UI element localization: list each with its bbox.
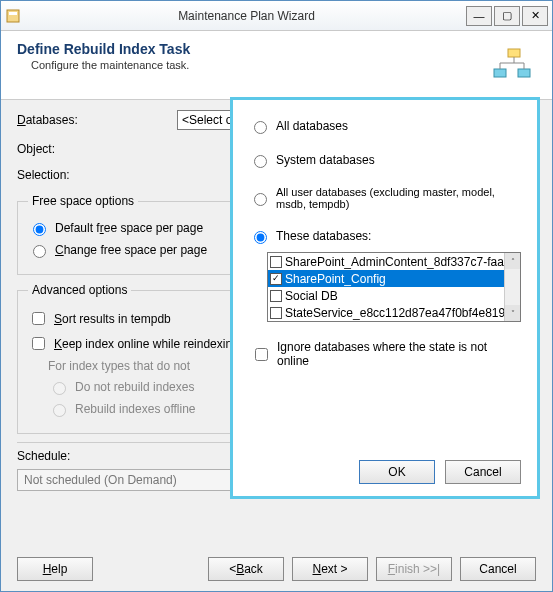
sort-tempdb-checkbox-input[interactable] [32,312,45,325]
free-space-legend: Free space options [28,194,138,208]
rebuild-offline-label: Rebuild indexes offline [75,402,196,416]
ignore-offline-label: Ignore databases where the state is not … [277,340,521,368]
all-databases-radio-input[interactable] [254,121,267,134]
rebuild-offline-radio-input [53,404,66,417]
next-button[interactable]: Next > [292,557,368,581]
default-free-space-label: Default free space per page [55,221,203,235]
maintenance-plan-wizard-window: Maintenance Plan Wizard — ▢ ✕ Define Reb… [0,0,553,592]
database-list-item[interactable]: ✓SharePoint_Config [268,270,504,287]
page-title: Define Rebuild Index Task [17,41,480,57]
selection-label: Selection: [17,168,177,182]
all-user-databases-radio[interactable]: All user databases (excluding master, mo… [249,186,521,210]
default-free-space-radio-input[interactable] [33,223,46,236]
system-databases-label: System databases [276,153,375,167]
page-subtitle: Configure the maintenance task. [31,59,480,71]
app-icon [5,8,21,24]
all-user-databases-radio-input[interactable] [254,193,267,206]
wizard-icon [488,41,536,89]
databases-label: Databases: [17,113,177,127]
do-not-rebuild-radio-input [53,382,66,395]
database-checkbox[interactable]: ✓ [270,273,282,285]
finish-button: Finish >>| [376,557,452,581]
svg-rect-4 [518,69,530,77]
svg-rect-1 [9,12,17,15]
ok-button[interactable]: OK [359,460,435,484]
window-minimize-button[interactable]: — [466,6,492,26]
database-checkbox[interactable] [270,290,282,302]
keep-online-checkbox-input[interactable] [32,337,45,350]
titlebar[interactable]: Maintenance Plan Wizard — ▢ ✕ [1,1,552,31]
database-name: StateService_e8cc112d87ea47f0bf4e8197e69… [285,306,504,320]
back-button[interactable]: < Back [208,557,284,581]
window-maximize-button[interactable]: ▢ [494,6,520,26]
sort-tempdb-label: Sort results in tempdb [54,312,171,326]
change-free-space-label: Change free space per page [55,243,207,257]
database-list-item[interactable]: Social DB [268,287,504,304]
all-databases-radio[interactable]: All databases [249,118,521,134]
wizard-header: Define Rebuild Index Task Configure the … [1,31,552,100]
help-button[interactable]: Help [17,557,93,581]
these-databases-radio[interactable]: These databases: [249,228,521,244]
scroll-thumb[interactable] [505,269,520,305]
window-close-button[interactable]: ✕ [522,6,548,26]
scroll-up-icon[interactable]: ˄ [505,253,520,269]
system-databases-radio[interactable]: System databases [249,152,521,168]
all-user-databases-label: All user databases (excluding master, mo… [276,186,521,210]
all-databases-label: All databases [276,119,348,133]
these-databases-label: These databases: [276,229,371,243]
svg-rect-0 [7,10,19,22]
advanced-legend: Advanced options [28,283,131,297]
object-label: Object: [17,142,177,156]
database-name: SharePoint_Config [285,272,386,286]
scroll-down-icon[interactable]: ˅ [505,305,520,321]
window-title: Maintenance Plan Wizard [27,9,466,23]
database-name: SharePoint_AdminContent_8df337c7-faa3-4c… [285,255,504,269]
system-databases-radio-input[interactable] [254,155,267,168]
database-list-item[interactable]: SharePoint_AdminContent_8df337c7-faa3-4c… [268,253,504,270]
scrollbar[interactable]: ˄ ˅ [504,253,520,321]
svg-rect-2 [508,49,520,57]
wizard-footer: Help < Back Next > Finish >>| Cancel [1,557,552,581]
database-checkbox[interactable] [270,307,282,319]
these-databases-radio-input[interactable] [254,231,267,244]
panel-cancel-button[interactable]: Cancel [445,460,521,484]
change-free-space-radio-input[interactable] [33,245,46,258]
database-name: Social DB [285,289,338,303]
ignore-offline-checkbox[interactable]: Ignore databases where the state is not … [251,340,521,368]
database-listbox[interactable]: SharePoint_AdminContent_8df337c7-faa3-4c… [267,252,521,322]
database-checkbox[interactable] [270,256,282,268]
database-selector-panel: All databases System databases All user … [230,97,540,499]
cancel-button[interactable]: Cancel [460,557,536,581]
ignore-offline-checkbox-input[interactable] [255,348,268,361]
database-list-item[interactable]: StateService_e8cc112d87ea47f0bf4e8197e69… [268,304,504,321]
keep-online-label: Keep index online while reindexing [54,337,239,351]
do-not-rebuild-label: Do not rebuild indexes [75,380,194,394]
svg-rect-3 [494,69,506,77]
